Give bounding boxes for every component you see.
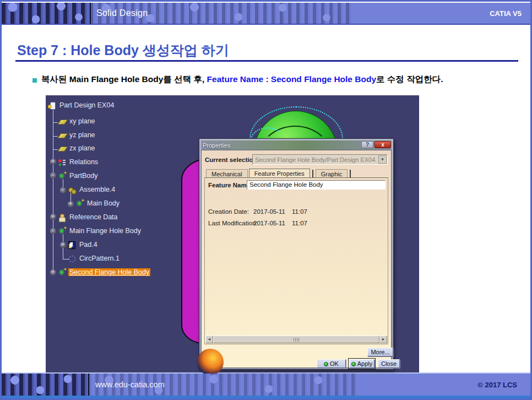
apply-button[interactable]: Apply: [349, 359, 374, 368]
instr-mid: 를 선택 후,: [163, 74, 207, 84]
header-pattern-left: [2, 3, 90, 24]
tree-item-yz-plane[interactable]: yz plane: [58, 130, 96, 140]
tree-item-label: Relations: [68, 158, 99, 166]
tab-graphic[interactable]: Graphic: [316, 169, 348, 178]
expander-pad4[interactable]: +: [60, 242, 66, 248]
reference-data-icon: [58, 214, 66, 221]
close-button[interactable]: Close: [378, 359, 400, 368]
body-icon: ✳: [58, 228, 66, 235]
tree-item-zx-plane[interactable]: zx plane: [58, 143, 96, 153]
tree-item-pad4[interactable]: Pad.4: [68, 240, 99, 250]
expander-refdata[interactable]: +: [50, 214, 56, 220]
apply-label: Apply: [357, 360, 373, 367]
assemble-icon: [68, 186, 75, 193]
tree-item-circpattern[interactable]: CircPattern.1: [68, 253, 121, 263]
help-button[interactable]: ?: [361, 141, 373, 148]
dialog-client-area: Current selection : Second Flange Hole B…: [201, 150, 392, 368]
scroll-left-arrow[interactable]: ◂: [205, 336, 213, 343]
close-window-button[interactable]: x: [374, 141, 391, 148]
scrollbar-thumb[interactable]: [213, 336, 379, 343]
tree-item-partbody[interactable]: ✳ PartBody: [58, 171, 99, 181]
relations-icon: [58, 159, 66, 166]
creation-time-value: 11:07: [292, 208, 307, 215]
tree-item-label: zx plane: [68, 144, 96, 152]
tree-item-refdata[interactable]: Reference Data: [58, 212, 119, 222]
instr-post: 로 수정 작업한다.: [376, 74, 443, 84]
scroll-right-arrow[interactable]: ▸: [379, 336, 387, 343]
brand-label: CATIA V5: [490, 9, 522, 18]
last-modification-label: Last Modification:: [208, 220, 258, 226]
slide: Solid Design CATIA V5 Step 7 : Hole Body…: [0, 0, 532, 400]
tree-line-main: [53, 107, 53, 273]
body-icon: ✳: [75, 200, 83, 207]
tab-mechanical[interactable]: Mechanical: [206, 169, 248, 178]
expander-relations[interactable]: +: [50, 159, 56, 165]
footer-separator: [88, 374, 89, 396]
more-button[interactable]: More...: [367, 348, 393, 356]
instr-pre: 복사된: [41, 74, 69, 84]
expander-mainflange[interactable]: -: [50, 228, 56, 234]
body-icon: ✳: [58, 269, 66, 276]
feature-name-input[interactable]: Second Flange Hole Body: [247, 180, 386, 190]
current-selection-value: Second Flange Hole Body/Part Design EX04: [253, 156, 378, 163]
tree-item-label: xy plane: [68, 117, 96, 125]
tree-item-mainbody[interactable]: ✳ Main Body: [75, 198, 121, 208]
pad-icon: [68, 241, 75, 248]
last-modification-time: 11:07: [292, 220, 307, 226]
bottom-edge-strip: [2, 396, 530, 398]
tree-item-label: Reference Data: [68, 213, 119, 221]
tree-item-relations[interactable]: Relations: [58, 157, 99, 167]
page-title: Step 7 : Hole Body 생성작업 하기: [17, 41, 229, 60]
creation-date-value: 2017-05-11: [253, 208, 285, 215]
bullet-icon: [32, 78, 37, 83]
expander-assemble[interactable]: -: [60, 187, 66, 193]
ok-led-icon: [324, 362, 328, 366]
tree-item-label: CircPattern.1: [78, 255, 121, 262]
plane-icon: [55, 145, 68, 152]
last-modification-date: 2017-05-11: [253, 220, 285, 226]
expander-partbody[interactable]: -: [50, 172, 56, 179]
tree-item-label: Part Design EX04: [58, 101, 115, 109]
tab-feature-properties[interactable]: Feature Properties: [249, 169, 310, 178]
horizontal-scrollbar[interactable]: ◂ ▸: [205, 336, 387, 343]
plane-icon: [55, 132, 68, 139]
instruction-text: 복사된 Main Flange Hole Body를 선택 후, Feature…: [41, 74, 515, 85]
part-icon: [48, 102, 56, 109]
tree-item-label: Pad.4: [78, 241, 99, 248]
tree-item-label: PartBody: [68, 172, 99, 180]
tree-item-label: Main Body: [86, 199, 121, 207]
plane-icon: [55, 118, 68, 125]
tree-item-label: yz plane: [68, 131, 96, 139]
catia-viewport[interactable]: + - - + + - + + Part Design EX04 xy plan…: [46, 95, 419, 374]
apply-led-icon: [351, 362, 356, 366]
header-band: Solid Design CATIA V5: [2, 3, 530, 25]
tab-divider: [350, 170, 351, 177]
tree-item-label: Assemble.4: [78, 186, 116, 193]
instr-highlight: Feature Name : Second Flange Hole Body: [207, 74, 376, 84]
tree-item-mainflange[interactable]: ✳ Main Flange Hole Body: [58, 226, 142, 236]
expander-mainbody[interactable]: +: [68, 201, 74, 207]
expander-secondflange[interactable]: +: [50, 269, 56, 275]
circpattern-icon: [68, 255, 75, 262]
footer-website: www.edu-catia.com: [95, 380, 165, 389]
instr-bold: Main Flange Hole Body: [69, 74, 164, 84]
tree-item-secondflange-selected[interactable]: ✳ Second Flange Hole Body: [58, 267, 150, 277]
ok-label: OK: [330, 360, 339, 367]
creation-date-row: Creation Date: 2017-05-11 11:07: [208, 208, 386, 215]
footer-copyright: © 2017 LCS: [477, 381, 517, 389]
combo-dropdown-arrow[interactable]: ▼: [378, 155, 387, 164]
tree-item-root[interactable]: Part Design EX04: [48, 100, 115, 110]
tab-content-panel: Feature Name : Second Flange Hole Body C…: [204, 177, 388, 344]
dialog-title: Properties: [201, 142, 230, 149]
tree-item-xy-plane[interactable]: xy plane: [58, 116, 96, 126]
creation-date-label: Creation Date:: [208, 208, 249, 215]
ok-button[interactable]: OK: [317, 359, 346, 368]
dialog-titlebar[interactable]: Properties ? x: [201, 140, 392, 150]
tree-item-label: Main Flange Hole Body: [68, 227, 142, 235]
footer-band: www.edu-catia.com © 2017 LCS: [2, 372, 530, 396]
tree-item-label: Second Flange Hole Body: [68, 268, 150, 276]
tree-item-assemble4[interactable]: Assemble.4: [68, 185, 116, 194]
footer-pattern-left: [2, 374, 87, 396]
body-icon: ✳: [58, 172, 66, 180]
current-selection-combo[interactable]: Second Flange Hole Body/Part Design EX04…: [252, 154, 388, 165]
